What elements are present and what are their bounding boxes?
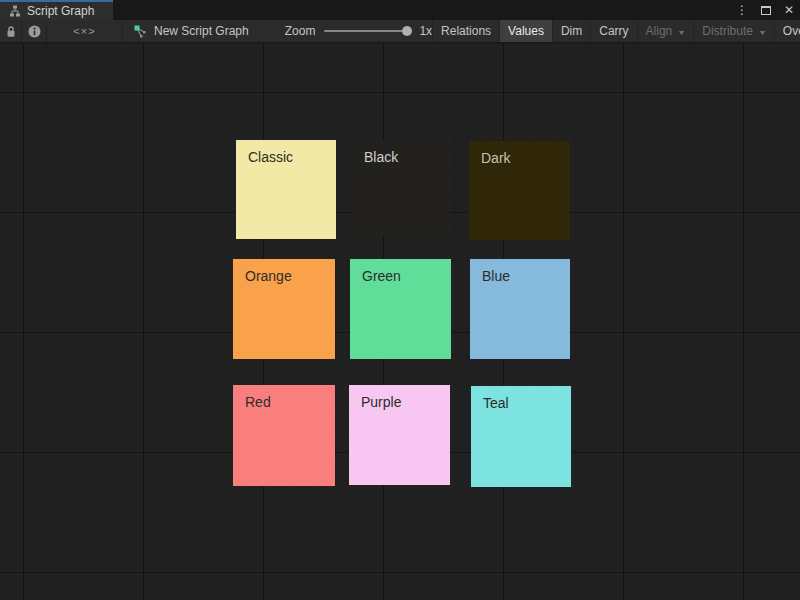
chevron-down-icon: ▼	[677, 29, 686, 36]
toolbar-button-values[interactable]: Values	[500, 20, 553, 42]
title-bar: Script Graph ⋮ ✕	[0, 0, 800, 20]
toolbar-button-group: RelationsValuesDimCarryAlign▼Distribute▼…	[432, 20, 800, 42]
sticky-note-orange[interactable]: Orange	[233, 259, 335, 359]
toolbar-button-label: Dim	[561, 24, 582, 38]
toolbar-button-distribute: Distribute▼	[694, 20, 775, 42]
lock-button[interactable]	[0, 20, 22, 42]
sticky-note-title: Red	[233, 385, 335, 419]
chevron-down-icon: ▼	[758, 29, 767, 36]
sticky-note-blue[interactable]: Blue	[470, 259, 570, 359]
script-graph-asset-icon	[133, 24, 147, 38]
sticky-note-black[interactable]: Black	[352, 140, 450, 236]
zoom-value: 1x	[419, 24, 432, 38]
toolbar-button-label: Align	[646, 24, 673, 38]
tab-title: Script Graph	[27, 4, 94, 18]
zoom-label: Zoom	[285, 24, 316, 38]
toolbar-button-dim[interactable]: Dim	[553, 20, 591, 42]
graph-tree-icon	[9, 5, 21, 17]
toolbar-button-label: Values	[508, 24, 544, 38]
sticky-note-title: Orange	[233, 259, 335, 293]
window-controls: ⋮ ✕	[736, 0, 794, 20]
sticky-note-title: Teal	[471, 386, 571, 420]
zoom-slider-handle[interactable]	[402, 26, 412, 36]
close-icon[interactable]: ✕	[784, 4, 794, 16]
graph-canvas[interactable]: ClassicBlackDarkOrangeGreenBlueRedPurple…	[0, 43, 800, 600]
info-button[interactable]	[22, 20, 47, 42]
maximize-icon[interactable]	[761, 6, 771, 15]
sticky-note-purple[interactable]: Purple	[349, 385, 450, 485]
sticky-note-red[interactable]: Red	[233, 385, 335, 486]
sticky-note-green[interactable]: Green	[350, 259, 451, 359]
tab-script-graph[interactable]: Script Graph	[0, 0, 113, 20]
sticky-note-dark[interactable]: Dark	[469, 141, 570, 240]
sticky-note-title: Classic	[236, 140, 336, 174]
toolbar-button-align: Align▼	[638, 20, 695, 42]
toolbar-button-label: Relations	[441, 24, 491, 38]
zoom-slider[interactable]	[324, 30, 410, 32]
zoom-control: Zoom 1x	[285, 20, 432, 42]
info-icon	[28, 25, 41, 38]
sticky-note-title: Blue	[470, 259, 570, 293]
toolbar-button-overview[interactable]: Overview	[775, 20, 800, 42]
toolbar-button-label: Carry	[599, 24, 628, 38]
sticky-note-teal[interactable]: Teal	[471, 386, 571, 487]
sticky-note-classic[interactable]: Classic	[236, 140, 336, 239]
toolbar-button-label: Overview	[783, 24, 800, 38]
toolbar-button-carry[interactable]: Carry	[591, 20, 637, 42]
toolbar-button-label: Distribute	[702, 24, 753, 38]
lock-icon	[5, 25, 17, 38]
graph-name-label: New Script Graph	[154, 24, 249, 38]
sticky-note-title: Purple	[349, 385, 450, 419]
code-view-button[interactable]: <×>	[47, 20, 123, 42]
graph-name-field[interactable]: New Script Graph	[123, 20, 259, 42]
sticky-note-title: Green	[350, 259, 451, 293]
graph-toolbar: <×> New Script Graph Zoom 1x RelationsVa…	[0, 20, 800, 43]
sticky-note-title: Black	[352, 140, 450, 174]
code-icon: <×>	[73, 25, 95, 37]
sticky-note-title: Dark	[469, 141, 570, 175]
toolbar-button-relations[interactable]: Relations	[433, 20, 500, 42]
window-menu-icon[interactable]: ⋮	[736, 4, 748, 16]
